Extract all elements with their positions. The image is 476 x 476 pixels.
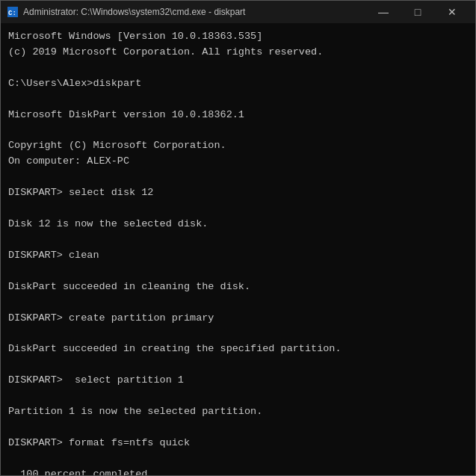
terminal-line (8, 389, 468, 404)
title-bar-left: C: Administrator: C:\Windows\system32\cm… (7, 6, 245, 18)
terminal-line (8, 327, 468, 342)
terminal-line: Copyright (C) Microsoft Corporation. (8, 138, 468, 154)
terminal-line (8, 170, 468, 185)
terminal-line: DISKPART> clean (8, 248, 468, 264)
terminal-line: C:\Users\Alex>diskpart (8, 76, 468, 92)
minimize-button[interactable]: — (366, 1, 401, 23)
maximize-button[interactable]: □ (401, 1, 435, 23)
terminal-line: DISKPART> format fs=ntfs quick (8, 436, 468, 451)
terminal-line (8, 232, 468, 248)
terminal-line: Microsoft Windows [Version 10.0.18363.53… (8, 29, 468, 45)
cmd-window: C: Administrator: C:\Windows\system32\cm… (0, 0, 476, 476)
terminal-line: DISKPART> create partition primary (8, 311, 468, 327)
terminal-line: DiskPart succeeded in cleaning the disk. (8, 279, 468, 295)
close-button[interactable]: ✕ (435, 1, 469, 23)
terminal-line (8, 92, 468, 108)
terminal-line (8, 123, 468, 139)
terminal-line: Disk 12 is now the selected disk. (8, 217, 468, 232)
terminal-line (8, 451, 468, 467)
terminal-line: DISKPART> select disk 12 (8, 185, 468, 201)
title-bar-controls: — □ ✕ (366, 1, 469, 23)
terminal-line: Partition 1 is now the selected partitio… (8, 404, 468, 420)
terminal-line: On computer: ALEX-PC (8, 154, 468, 170)
terminal-line (8, 264, 468, 279)
terminal-body[interactable]: Microsoft Windows [Version 10.0.18363.53… (1, 23, 475, 475)
terminal-line: (c) 2019 Microsoft Corporation. All righ… (8, 45, 468, 61)
terminal-line (8, 420, 468, 436)
terminal-line: DISKPART> select partition 1 (8, 373, 468, 389)
terminal-line (8, 357, 468, 373)
window-title: Administrator: C:\Windows\system32\cmd.e… (23, 7, 245, 17)
terminal-line (8, 201, 468, 217)
terminal-line: Microsoft DiskPart version 10.0.18362.1 (8, 108, 468, 123)
terminal-line (8, 61, 468, 76)
terminal-line: 100 percent completed (8, 467, 468, 475)
cmd-icon: C: (7, 6, 19, 18)
svg-text:C:: C: (8, 10, 16, 17)
terminal-line (8, 295, 468, 311)
title-bar: C: Administrator: C:\Windows\system32\cm… (1, 1, 475, 23)
terminal-line: DiskPart succeeded in creating the speci… (8, 341, 468, 357)
